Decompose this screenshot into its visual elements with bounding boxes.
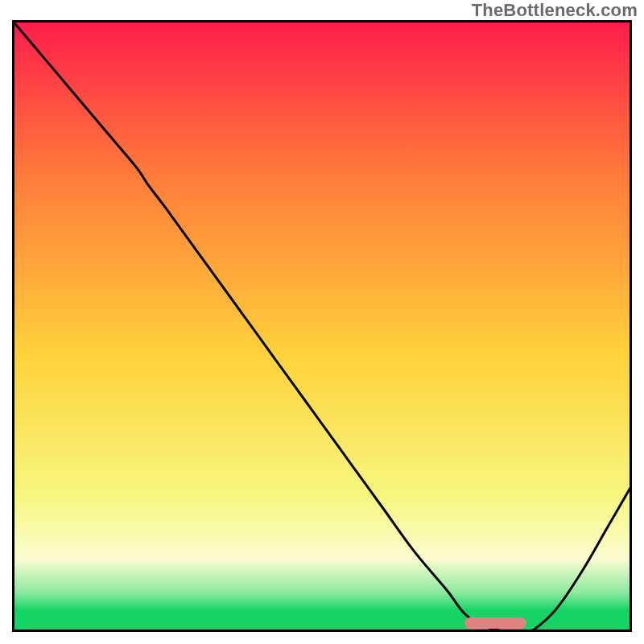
bottleneck-curve	[12, 20, 632, 632]
optimal-range-marker	[464, 617, 526, 629]
watermark-text: TheBottleneck.com	[472, 0, 638, 21]
chart-container: TheBottleneck.com	[0, 0, 644, 644]
plot-area	[12, 20, 632, 632]
curve-layer	[12, 20, 632, 632]
